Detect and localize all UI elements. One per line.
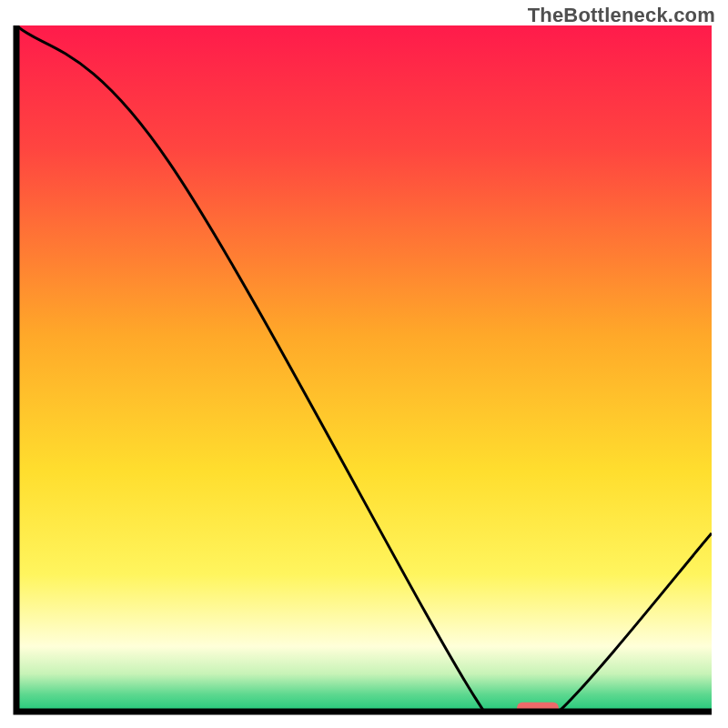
plot-background	[16, 25, 712, 712]
chart-stage: TheBottleneck.com	[0, 0, 728, 728]
bottleneck-chart	[0, 0, 728, 728]
watermark-text: TheBottleneck.com	[528, 4, 715, 27]
